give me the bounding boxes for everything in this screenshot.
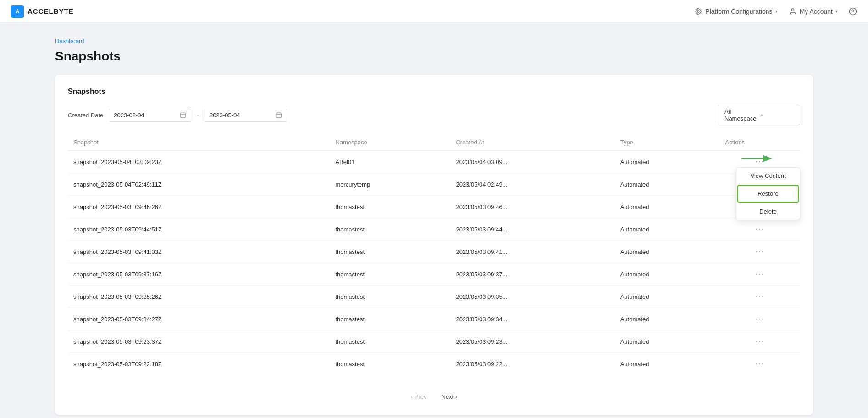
cell-created-at: 2023/05/03 09:41...: [450, 241, 614, 263]
cell-snapshot: snapshot_2023-05-03T09:46:26Z: [68, 196, 330, 218]
logo-icon: A: [11, 5, 24, 18]
actions-dots-button[interactable]: ···: [752, 292, 768, 302]
cell-created-at: 2023/05/03 09:23...: [450, 330, 614, 353]
cell-created-at: 2023/05/03 09:37...: [450, 263, 614, 286]
cell-snapshot: snapshot_2023-05-03T09:22:18Z: [68, 353, 330, 375]
cell-namespace: mercurytemp: [330, 173, 450, 196]
cell-created-at: 2023/05/04 03:09...: [450, 151, 614, 173]
delete-option[interactable]: Delete: [736, 204, 800, 220]
cell-namespace: thomastest: [330, 241, 450, 263]
cell-namespace: thomastest: [330, 218, 450, 241]
cell-type: Automated: [615, 330, 720, 353]
actions-dots-button[interactable]: ···: [752, 247, 768, 257]
svg-rect-4: [181, 113, 186, 118]
table-header-row: Snapshot Namespace Created At Type Actio…: [68, 134, 800, 151]
my-account-nav[interactable]: My Account ▾: [789, 7, 838, 16]
col-snapshot: Snapshot: [68, 134, 330, 151]
next-button[interactable]: Next ›: [438, 391, 461, 402]
cell-snapshot: snapshot_2023-05-03T09:35:26Z: [68, 286, 330, 308]
cell-namespace: thomastest: [330, 263, 450, 286]
cell-type: Automated: [615, 353, 720, 375]
actions-dots-button[interactable]: ···: [752, 157, 768, 167]
my-account-label: My Account: [800, 8, 833, 15]
actions-dots-button[interactable]: ···: [752, 359, 768, 369]
actions-dots-button[interactable]: ···: [752, 336, 768, 346]
help-nav[interactable]: [849, 7, 857, 16]
actions-dots-button[interactable]: ···: [752, 224, 768, 234]
cell-type: Automated: [615, 196, 720, 218]
cell-actions: ···: [719, 286, 800, 308]
platform-configurations-chevron: ▾: [775, 9, 778, 14]
cell-snapshot: snapshot_2023-05-03T09:37:16Z: [68, 263, 330, 286]
created-date-label: Created Date: [68, 112, 103, 119]
gear-icon: [694, 7, 702, 16]
breadcrumb[interactable]: Dashboard: [55, 38, 813, 44]
col-created-at: Created At: [450, 134, 614, 151]
cell-snapshot: snapshot_2023-05-04T03:09:23Z: [68, 151, 330, 173]
cell-type: Automated: [615, 151, 720, 173]
calendar-to-icon: [276, 112, 282, 118]
cell-namespace: ABel01: [330, 151, 450, 173]
date-to-input[interactable]: 2023-05-04: [205, 109, 287, 122]
cell-created-at: 2023/05/04 02:49...: [450, 173, 614, 196]
cell-type: Automated: [615, 173, 720, 196]
page-title: Snapshots: [55, 49, 813, 64]
col-type: Type: [615, 134, 720, 151]
prev-button[interactable]: ‹ Prev: [407, 391, 431, 402]
cell-snapshot: snapshot_2023-05-03T09:41:03Z: [68, 241, 330, 263]
col-actions: Actions: [719, 134, 800, 151]
date-separator: -: [197, 111, 199, 119]
cell-actions: ···: [719, 308, 800, 330]
cell-namespace: thomastest: [330, 196, 450, 218]
cell-actions: ···: [719, 218, 800, 241]
restore-option[interactable]: Restore: [737, 185, 799, 203]
col-namespace: Namespace: [330, 134, 450, 151]
logo-short: A: [16, 8, 20, 15]
cell-actions: ···: [719, 263, 800, 286]
my-account-chevron: ▾: [835, 9, 838, 14]
cell-created-at: 2023/05/03 09:44...: [450, 218, 614, 241]
card-title: Snapshots: [68, 88, 800, 96]
cell-namespace: thomastest: [330, 308, 450, 330]
next-label: Next ›: [442, 393, 458, 400]
header: A ACCELBYTE Platform Configurations ▾ My…: [0, 0, 868, 23]
namespace-chevron: ▾: [761, 113, 793, 118]
cell-created-at: 2023/05/03 09:46...: [450, 196, 614, 218]
svg-point-0: [697, 11, 699, 12]
snapshots-card: Snapshots Created Date 2023-02-04 - 2023…: [55, 75, 813, 415]
filters-row: Created Date 2023-02-04 - 2023-05-04: [68, 105, 800, 125]
cell-snapshot: snapshot_2023-05-03T09:34:27Z: [68, 308, 330, 330]
table-row: snapshot_2023-05-03T09:23:37Z thomastest…: [68, 330, 800, 353]
cell-created-at: 2023/05/03 09:35...: [450, 286, 614, 308]
platform-configurations-nav[interactable]: Platform Configurations ▾: [694, 7, 777, 16]
actions-dots-button[interactable]: ···: [752, 269, 768, 279]
table-row: snapshot_2023-05-03T09:44:51Z thomastest…: [68, 218, 800, 241]
table-row: snapshot_2023-05-03T09:37:16Z thomastest…: [68, 263, 800, 286]
cell-type: Automated: [615, 263, 720, 286]
cell-namespace: thomastest: [330, 330, 450, 353]
date-from-input[interactable]: 2023-02-04: [109, 109, 191, 122]
cell-type: Automated: [615, 218, 720, 241]
platform-configurations-label: Platform Configurations: [705, 8, 772, 15]
actions-dots-button[interactable]: ···: [752, 314, 768, 324]
table-row: snapshot_2023-05-03T09:22:18Z thomastest…: [68, 353, 800, 375]
help-icon: [849, 7, 857, 16]
table-row: snapshot_2023-05-03T09:41:03Z thomastest…: [68, 241, 800, 263]
cell-actions: ···: [719, 353, 800, 375]
cell-created-at: 2023/05/03 09:22...: [450, 353, 614, 375]
view-content-option[interactable]: View Content: [736, 168, 800, 184]
cell-namespace: thomastest: [330, 353, 450, 375]
cell-created-at: 2023/05/03 09:34...: [450, 308, 614, 330]
cell-snapshot: snapshot_2023-05-03T09:23:37Z: [68, 330, 330, 353]
cell-snapshot: snapshot_2023-05-03T09:44:51Z: [68, 218, 330, 241]
table-row: snapshot_2023-05-04T03:09:23Z ABel01 202…: [68, 151, 800, 173]
pagination: ‹ Prev Next ›: [68, 386, 800, 402]
date-to-value: 2023-05-04: [210, 112, 272, 119]
logo-text: ACCELBYTE: [28, 7, 74, 15]
cell-type: Automated: [615, 241, 720, 263]
main-content: Dashboard Snapshots Snapshots Created Da…: [0, 23, 868, 418]
namespace-select[interactable]: All Namespace ▾: [718, 105, 800, 125]
cell-type: Automated: [615, 308, 720, 330]
context-menu: View Content Restore Delete: [736, 167, 800, 220]
svg-rect-8: [276, 113, 282, 118]
